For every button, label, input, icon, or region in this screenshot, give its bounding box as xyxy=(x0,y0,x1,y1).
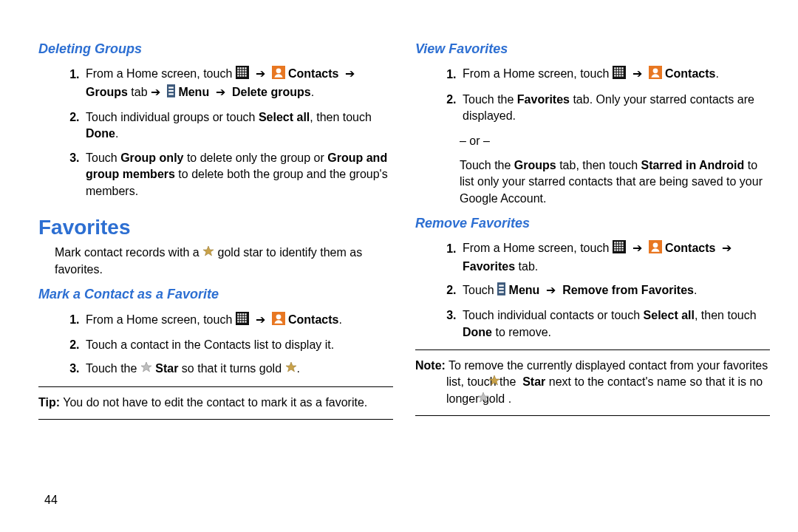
step-text: tab, then touch xyxy=(556,159,641,171)
heading-deleting-groups: Deleting Groups xyxy=(38,40,393,58)
arrow-icon: ➔ xyxy=(345,68,355,81)
star-gold-icon xyxy=(285,361,297,378)
apps-icon xyxy=(236,66,249,83)
contacts-icon xyxy=(272,66,285,83)
arrow-icon: ➔ xyxy=(256,313,265,326)
contacts-icon xyxy=(272,312,285,330)
tip-text: You do not have to edit the contact to m… xyxy=(60,396,367,409)
list-item: From a Home screen, touch ➔ Contacts ➔ G… xyxy=(83,66,393,102)
or-separator: – or – xyxy=(460,133,770,149)
period: . xyxy=(508,392,511,405)
step-text: From a Home screen, touch xyxy=(86,68,236,81)
step-text: to remove. xyxy=(492,326,551,338)
label-delete-groups: Delete groups xyxy=(232,86,311,98)
divider xyxy=(415,415,770,416)
arrow-icon: ➔ xyxy=(722,242,732,255)
divider xyxy=(415,349,770,350)
note-text: Note: To remove the currently displayed … xyxy=(415,358,770,408)
list-item: From a Home screen, touch ➔ Contacts. xyxy=(460,66,770,83)
label-contacts: Contacts xyxy=(288,68,338,81)
label-done: Done xyxy=(463,326,492,338)
label-contacts: Contacts xyxy=(665,242,715,255)
menu-icon xyxy=(167,84,175,102)
list-item: Touch Menu ➔ Remove from Favorites. xyxy=(460,282,770,300)
step-text: Touch a contact in the Contacts list to … xyxy=(86,338,334,351)
step-text: Touch individual contacts or touch xyxy=(463,309,644,321)
tip-note: Tip: You do not have to edit the contact… xyxy=(38,395,393,411)
label-star: Star xyxy=(155,362,178,375)
divider xyxy=(38,419,393,420)
remove-favorites-steps: From a Home screen, touch ➔ Contacts ➔ F… xyxy=(415,240,770,341)
label-starred-android: Starred in Android xyxy=(641,159,744,171)
label-favorites: Favorites xyxy=(517,93,570,106)
label-menu: Menu xyxy=(509,284,540,296)
divider xyxy=(38,386,393,387)
step-text: Touch xyxy=(86,151,120,164)
apps-icon xyxy=(236,312,249,330)
step-text: From a Home screen, touch xyxy=(463,68,613,81)
step-text: so that it turns gold xyxy=(182,362,285,375)
page-number: 44 xyxy=(44,492,58,508)
star-grey-icon xyxy=(140,361,152,378)
label-select-all: Select all xyxy=(644,309,695,321)
label-groups: Groups xyxy=(86,86,128,98)
heading-remove-favorites: Remove Favorites xyxy=(415,214,770,233)
list-item: Touch a contact in the Contacts list to … xyxy=(83,337,393,353)
tip-label: Tip: xyxy=(38,396,60,409)
label-done: Done xyxy=(86,127,115,140)
step-text: Touch individual groups or touch xyxy=(86,111,259,123)
arrow-icon: ➔ xyxy=(256,68,265,81)
step-text: , then touch xyxy=(695,309,757,321)
label-remove-favorites: Remove from Favorites xyxy=(562,284,694,296)
label-star: Star xyxy=(522,375,545,388)
step-text: Touch the xyxy=(460,159,514,171)
arrow-icon: ➔ xyxy=(151,86,160,98)
star-gold-icon xyxy=(202,245,214,262)
favorites-intro: Mark contact records with a gold star to… xyxy=(55,245,393,278)
or-text: Touch the Groups tab, then touch Starred… xyxy=(460,157,770,207)
arrow-icon: ➔ xyxy=(632,242,642,255)
step-text: tab. xyxy=(515,260,538,273)
arrow-icon: ➔ xyxy=(216,86,225,98)
list-item: From a Home screen, touch ➔ Contacts ➔ F… xyxy=(460,240,770,275)
right-column: View Favorites From a Home screen, touch… xyxy=(415,37,770,427)
label-menu: Menu xyxy=(178,86,209,98)
heading-favorites: Favorites xyxy=(38,213,393,242)
apps-icon xyxy=(613,240,626,258)
list-item: Touch the Favorites tab. Only your starr… xyxy=(460,92,770,125)
step-text: , then touch xyxy=(310,111,372,123)
view-favorites-steps: From a Home screen, touch ➔ Contacts. To… xyxy=(415,66,770,124)
list-item: From a Home screen, touch ➔ Contacts. xyxy=(83,312,393,330)
step-text: Touch xyxy=(463,284,497,296)
step-text: tab xyxy=(128,86,151,98)
list-item: Touch individual contacts or touch Selec… xyxy=(460,307,770,341)
apps-icon xyxy=(613,66,626,83)
label-contacts: Contacts xyxy=(288,313,338,326)
arrow-icon: ➔ xyxy=(632,68,642,81)
heading-view-favorites: View Favorites xyxy=(415,40,770,58)
left-column: Deleting Groups From a Home screen, touc… xyxy=(38,37,393,427)
step-text: From a Home screen, touch xyxy=(463,242,613,255)
step-text: Touch the xyxy=(463,93,517,106)
menu-icon xyxy=(497,282,505,300)
contacts-icon xyxy=(649,240,662,258)
list-item: Touch individual groups or touch Select … xyxy=(83,109,393,143)
step-text: to delete only the group or xyxy=(183,151,327,164)
mark-favorite-steps: From a Home screen, touch ➔ Contacts. To… xyxy=(38,312,393,378)
heading-mark-favorite: Mark a Contact as a Favorite xyxy=(38,285,393,304)
label-favorites: Favorites xyxy=(463,260,515,273)
arrow-icon: ➔ xyxy=(546,284,556,296)
label-group-only: Group only xyxy=(120,151,183,164)
step-text: From a Home screen, touch xyxy=(86,313,236,326)
contacts-icon xyxy=(649,66,662,83)
intro-text: Mark contact records with a xyxy=(55,246,202,259)
deleting-groups-steps: From a Home screen, touch ➔ Contacts ➔ G… xyxy=(38,66,393,200)
label-select-all: Select all xyxy=(259,111,310,123)
note-label: Note: xyxy=(415,359,446,372)
step-text: Touch the xyxy=(86,362,140,375)
label-groups: Groups xyxy=(514,159,556,171)
list-item: Touch Group only to delete only the grou… xyxy=(83,150,393,200)
label-contacts: Contacts xyxy=(665,68,715,81)
list-item: Touch the Star so that it turns gold . xyxy=(83,361,393,378)
